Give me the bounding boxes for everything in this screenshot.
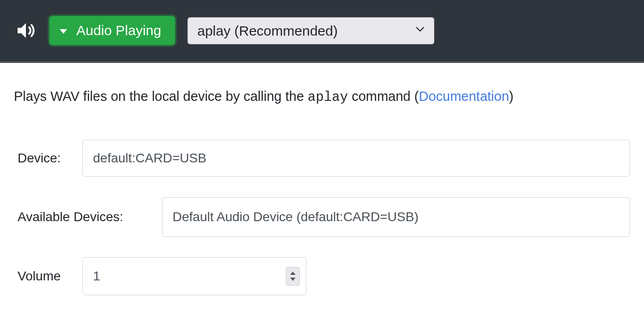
header-bar: Audio Playing aplay (Recommended) (0, 0, 644, 63)
documentation-link[interactable]: Documentation (419, 89, 509, 104)
volume-row: Volume (14, 257, 630, 295)
desc-suffix: ) (509, 89, 514, 104)
volume-stepper[interactable] (286, 267, 300, 285)
desc-middle: command ( (348, 89, 419, 104)
volume-input[interactable] (82, 257, 306, 295)
desc-command: aplay (308, 90, 348, 105)
player-select-wrap: aplay (Recommended) (187, 17, 434, 44)
audio-playing-label: Audio Playing (76, 23, 161, 38)
volume-label: Volume (14, 269, 82, 284)
available-devices-label: Available Devices: (14, 210, 162, 224)
svg-marker-0 (18, 23, 26, 38)
device-input[interactable] (82, 140, 630, 177)
content-area: Plays WAV files on the local device by c… (0, 63, 644, 295)
stepper-down-icon (290, 278, 296, 281)
caret-down-icon (60, 29, 67, 34)
volume-input-wrap (82, 257, 306, 295)
device-row: Device: (14, 140, 630, 177)
audio-playing-button[interactable]: Audio Playing (49, 16, 175, 45)
available-devices-input[interactable] (162, 197, 630, 237)
device-label: Device: (14, 151, 82, 166)
available-devices-row: Available Devices: (14, 197, 630, 237)
speaker-icon (15, 19, 37, 42)
description-text: Plays WAV files on the local device by c… (14, 87, 630, 107)
desc-prefix: Plays WAV files on the local device by c… (14, 89, 308, 104)
player-select[interactable]: aplay (Recommended) (187, 17, 434, 44)
stepper-up-icon (290, 272, 296, 275)
